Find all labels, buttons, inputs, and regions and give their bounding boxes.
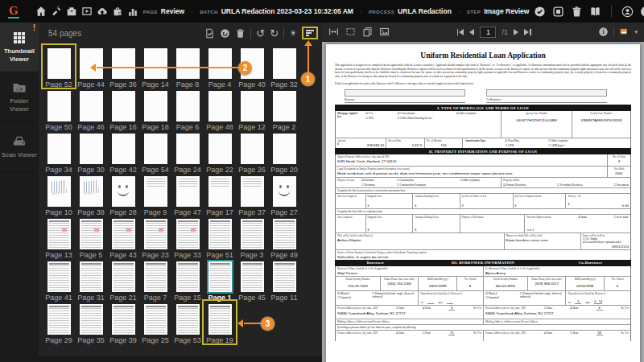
thumbnail-page-10[interactable]: Page 10 (43, 173, 75, 216)
thumbnail-page-42[interactable]: Page 42 (107, 130, 139, 173)
thumbnail-page-15[interactable]: Page 15 (171, 258, 204, 301)
user-account-icon[interactable] (621, 6, 634, 18)
undo-circle-icon[interactable] (220, 28, 230, 39)
page-thumbnail-image[interactable] (241, 261, 264, 292)
sidebar-item-scan-viewer[interactable]: Scan Viewer (0, 122, 39, 172)
thumbnail-page-14[interactable]: Page 14 (139, 45, 171, 88)
help-icon[interactable]: ? (640, 6, 644, 18)
thumbnail-page-18[interactable]: Page 18 (139, 88, 171, 130)
thumbnail-page-40[interactable]: Page 40 (236, 45, 268, 88)
thumbnail-page-31[interactable]: Page 31 (75, 258, 107, 301)
page-thumbnail-image[interactable] (208, 304, 232, 335)
thumbnail-page-11[interactable]: Page 11 (268, 258, 300, 301)
thumbnail-page-50[interactable]: Page 50 (43, 88, 75, 130)
thumbnail-page-2[interactable]: Page 2 (268, 88, 300, 130)
close-book-icon[interactable] (589, 6, 601, 18)
page-thumbnail-image[interactable] (176, 134, 200, 164)
page-thumbnail-image[interactable] (241, 134, 264, 164)
page-thumbnail-image[interactable] (176, 176, 200, 207)
page-thumbnail-image[interactable] (80, 91, 103, 121)
thumbnail-page-8[interactable]: Page 8 (171, 45, 204, 88)
thumbnail-page-53[interactable]: Page 53 (171, 301, 204, 343)
page-thumbnail-image[interactable] (80, 134, 103, 164)
page-thumbnail-image[interactable] (208, 261, 232, 292)
page-thumbnail-image[interactable] (112, 134, 135, 164)
page-thumbnail-image[interactable] (144, 91, 167, 121)
sidebar-item-thumbnail-viewer[interactable]: ! Thumbnail Viewer (0, 23, 39, 72)
next-page-button[interactable] (514, 29, 518, 35)
thumbnail-page-6[interactable]: Page 6 (171, 88, 204, 130)
thumbnail-page-4[interactable]: Page 4 (204, 45, 236, 88)
image-view-icon[interactable] (379, 27, 390, 37)
page-thumbnail-image[interactable] (176, 48, 200, 79)
page-thumbnail-image[interactable] (176, 91, 200, 121)
page-thumbnail-image[interactable] (144, 304, 167, 335)
thumbnail-page-5[interactable]: Page 5 (75, 216, 107, 258)
page-thumbnail-image[interactable] (208, 219, 232, 249)
document-canvas[interactable]: Uniform Residential Loan Application Thi… (322, 42, 644, 362)
complete-task-icon[interactable] (534, 6, 546, 18)
fit-width-icon[interactable] (328, 27, 339, 37)
thumbnail-page-3[interactable]: Page 3 (236, 216, 268, 258)
thumbnail-page-25[interactable]: Page 25 (139, 301, 171, 343)
page-thumbnail-image[interactable] (112, 176, 135, 207)
thumbnail-page-22[interactable]: Page 22 (204, 130, 236, 173)
page-thumbnail-image[interactable] (208, 91, 232, 121)
sort-thumbnails-button[interactable] (302, 27, 318, 39)
rotate-left-icon[interactable]: ↺ (256, 28, 265, 39)
page-thumbnail-image[interactable] (241, 219, 264, 249)
page-thumbnail-image[interactable] (47, 219, 71, 249)
tools-icon[interactable] (51, 6, 62, 17)
page-thumbnail-image[interactable] (176, 261, 200, 292)
last-page-button[interactable] (524, 29, 531, 35)
thumbnail-page-21[interactable]: Page 21 (107, 258, 139, 301)
page-thumbnail-image[interactable] (112, 48, 135, 79)
page-thumbnail-image[interactable] (47, 48, 71, 79)
thumbnail-page-28[interactable]: Page 28 (107, 173, 139, 216)
thumbnail-page-23[interactable]: Page 23 (139, 216, 171, 258)
multi-page-icon[interactable] (362, 27, 373, 37)
thumbnail-page-48[interactable]: Page 48 (204, 88, 236, 130)
page-thumbnail-image[interactable] (80, 304, 103, 335)
thumbnail-page-17[interactable]: Page 17 (204, 173, 236, 216)
upload-cloud-icon[interactable] (97, 6, 108, 17)
horizontal-scrollbar[interactable] (39, 356, 322, 362)
thumbnail-page-13[interactable]: Page 13 (43, 216, 75, 258)
thumbnail-page-27[interactable]: Page 27 (268, 173, 300, 216)
brightness-icon[interactable]: ☀ (289, 29, 297, 38)
thumbnail-page-1[interactable]: Page 1 (204, 258, 236, 301)
page-thumbnail-image[interactable] (47, 304, 71, 335)
page-thumbnail-image[interactable] (47, 134, 71, 164)
page-thumbnail-image[interactable] (208, 48, 232, 79)
page-thumbnail-image[interactable] (273, 134, 296, 164)
page-thumbnail-image[interactable] (80, 176, 103, 207)
thumbnail-page-38[interactable]: Page 38 (75, 173, 107, 216)
page-thumbnail-image[interactable] (47, 176, 71, 207)
delete-page-icon[interactable] (235, 28, 246, 39)
thumbnail-page-12[interactable]: Page 12 (236, 88, 268, 130)
page-thumbnail-image[interactable] (144, 261, 167, 292)
page-thumbnail-image[interactable] (273, 261, 296, 292)
play-box-icon[interactable] (81, 6, 93, 17)
thumbnail-page-44[interactable]: Page 44 (75, 45, 107, 88)
page-thumbnail-image[interactable] (273, 91, 296, 121)
thumbnail-page-29[interactable]: Page 29 (43, 301, 75, 343)
delete-batch-icon[interactable] (571, 6, 583, 18)
mark-page-reviewed-icon[interactable] (204, 28, 215, 39)
thumbnail-page-39[interactable]: Page 39 (107, 301, 139, 343)
thumbnail-page-30[interactable]: Page 30 (75, 130, 107, 173)
page-thumbnail-image[interactable] (144, 134, 167, 164)
page-thumbnail-image[interactable] (80, 261, 103, 292)
page-thumbnail-image[interactable] (112, 91, 135, 121)
page-thumbnail-image[interactable] (47, 261, 71, 292)
page-thumbnail-image[interactable] (273, 48, 296, 79)
page-thumbnail-image[interactable] (241, 91, 264, 121)
page-thumbnail-image[interactable] (112, 304, 135, 335)
thumbnail-page-47[interactable]: Page 47 (171, 173, 204, 216)
thumbnail-page-24[interactable]: Page 24 (171, 130, 204, 173)
thumbnail-page-45[interactable]: Page 45 (236, 258, 268, 301)
thumbnail-page-26[interactable]: Page 26 (236, 130, 268, 173)
page-thumbnail-image[interactable] (176, 219, 200, 249)
rotate-right-icon[interactable]: ↻ (270, 28, 279, 39)
thumbnail-page-52[interactable]: Page 52 (43, 45, 75, 88)
